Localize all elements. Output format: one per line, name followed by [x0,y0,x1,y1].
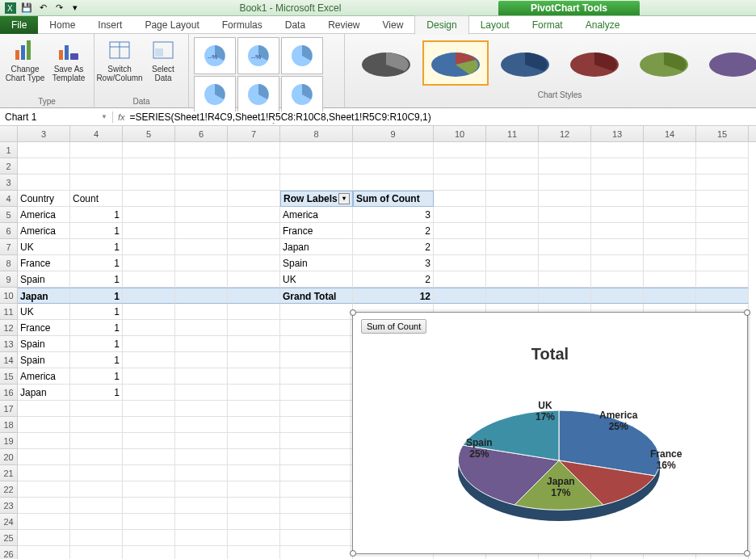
cell[interactable] [434,207,486,223]
cell[interactable] [70,142,123,158]
col-header[interactable]: 11 [486,126,539,141]
cell[interactable] [696,288,749,304]
cell[interactable] [696,158,749,174]
pivot-chart[interactable]: Sum of Count Total America25% France16% … [352,312,748,554]
cell[interactable] [123,288,175,304]
cell[interactable] [18,498,70,514]
cell[interactable]: Spain [18,352,70,368]
cell[interactable] [228,465,280,481]
cell[interactable] [434,271,486,288]
cell[interactable] [228,207,280,223]
cell[interactable] [696,271,749,288]
cell[interactable] [280,158,353,174]
cell[interactable] [123,417,175,433]
cell[interactable] [644,255,696,271]
cell[interactable] [175,255,228,271]
cell[interactable] [644,174,696,191]
col-header[interactable]: 12 [539,126,591,141]
cell[interactable]: America [280,207,353,223]
cell[interactable] [123,449,175,465]
chart-style-4[interactable] [561,40,628,86]
row-header[interactable]: 13 [0,336,18,352]
cell[interactable]: Japan [18,385,70,401]
cell[interactable] [539,158,591,174]
cell[interactable] [228,368,280,385]
cell[interactable] [353,142,434,158]
cell[interactable]: Row Labels▾ [280,191,353,207]
cell[interactable] [486,271,539,288]
cell[interactable]: Spain [280,255,353,271]
cell[interactable] [70,174,123,191]
cell[interactable] [18,514,70,530]
cell[interactable] [18,481,70,498]
cell[interactable] [175,530,228,546]
row-header[interactable]: 6 [0,223,18,239]
cell[interactable] [123,304,175,320]
cell[interactable] [539,271,591,288]
cell[interactable] [70,481,123,498]
cell[interactable] [123,401,175,417]
cell[interactable] [486,255,539,271]
cell[interactable] [434,239,486,255]
cell[interactable] [228,255,280,271]
col-header[interactable]: 14 [644,126,696,141]
col-header[interactable]: 7 [228,126,280,141]
cell[interactable] [175,207,228,223]
name-box[interactable]: Chart 1 ▼ [0,111,113,123]
col-header[interactable]: 5 [123,126,175,141]
cell[interactable] [123,336,175,352]
row-header[interactable]: 7 [0,239,18,255]
cell[interactable] [280,481,353,498]
cell[interactable] [591,191,644,207]
cell[interactable]: 1 [70,207,123,223]
cell[interactable] [18,449,70,465]
cell[interactable] [70,546,123,559]
row-header[interactable]: 2 [0,158,18,174]
cell[interactable]: Spain [18,336,70,352]
cell[interactable] [228,385,280,401]
cell[interactable] [486,207,539,223]
cell[interactable]: 1 [70,271,123,288]
cell[interactable]: Japan [18,288,70,304]
cell[interactable] [123,498,175,514]
chart-style-3[interactable] [492,40,558,86]
cell[interactable] [175,465,228,481]
tab-view[interactable]: View [372,16,415,34]
cell[interactable]: 1 [70,255,123,271]
chart-style-2[interactable] [422,40,489,86]
tab-design[interactable]: Design [414,15,468,35]
cell[interactable]: 1 [70,368,123,385]
row-header[interactable]: 16 [0,385,18,401]
cell[interactable] [228,433,280,449]
change-chart-type-button[interactable]: Change Chart Type [5,37,45,82]
cell[interactable] [353,158,434,174]
cell[interactable] [175,368,228,385]
cell[interactable] [644,223,696,239]
cell[interactable] [175,142,228,158]
col-header[interactable]: 3 [18,126,70,141]
cell[interactable] [18,401,70,417]
cell[interactable]: 1 [70,239,123,255]
cell[interactable] [70,449,123,465]
cell[interactable] [228,191,280,207]
cell[interactable] [434,174,486,191]
cell[interactable] [175,352,228,368]
cell[interactable] [18,142,70,158]
cell[interactable] [539,207,591,223]
cell[interactable] [591,271,644,288]
cell[interactable] [123,271,175,288]
cell[interactable] [123,465,175,481]
chart-layout-3[interactable] [281,37,323,74]
tab-insert[interactable]: Insert [86,16,133,34]
redo-icon[interactable]: ↷ [52,2,66,15]
cell[interactable] [280,514,353,530]
cell[interactable] [644,158,696,174]
cell[interactable]: 3 [353,255,434,271]
cell[interactable] [123,530,175,546]
cell[interactable] [486,191,539,207]
cell[interactable] [434,158,486,174]
cell[interactable]: France [18,320,70,336]
col-header[interactable]: 6 [175,126,228,141]
cell[interactable] [175,401,228,417]
row-header[interactable]: 23 [0,498,18,514]
